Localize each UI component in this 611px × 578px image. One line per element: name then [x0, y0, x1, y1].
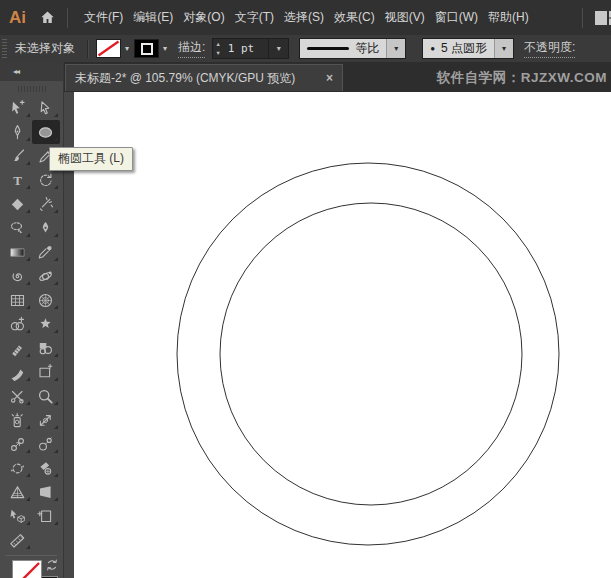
- polar-grid-icon: [37, 292, 54, 309]
- ellipse-tool[interactable]: [32, 120, 60, 144]
- stroke-weight-stepper[interactable]: ▴ ▾ 1 pt ▾: [212, 38, 289, 59]
- stroke-color-swatch[interactable]: [134, 39, 159, 58]
- pen-tool[interactable]: [4, 120, 32, 144]
- symbol-stainer-tool[interactable]: [32, 456, 60, 480]
- brush-dropdown[interactable]: ● 5 点圆形 ▾: [422, 38, 514, 59]
- magic-wand-tool[interactable]: [32, 192, 60, 216]
- zoom-icon: [37, 388, 54, 405]
- symbol-stainer-icon: [37, 460, 54, 477]
- fill-proxy-swatch[interactable]: [12, 560, 42, 578]
- menu-item-5[interactable]: 效果(C): [329, 9, 380, 26]
- brush-dot-icon: ●: [430, 45, 435, 53]
- twirl-tool[interactable]: [4, 264, 32, 288]
- menu-item-8[interactable]: 帮助(H): [483, 9, 534, 26]
- svg-text:T: T: [13, 172, 22, 187]
- stroke-weight-value[interactable]: 1 pt: [223, 39, 269, 58]
- direct-selection-tool[interactable]: [32, 96, 60, 120]
- curvature-tool[interactable]: [32, 216, 60, 240]
- perspective-grid-tool[interactable]: [4, 480, 32, 504]
- symbol-sprayer-tool[interactable]: [4, 408, 32, 432]
- knife-tool[interactable]: [4, 360, 32, 384]
- lasso-tool[interactable]: [4, 216, 32, 240]
- control-separator: [87, 40, 88, 58]
- panel-collapse-icon[interactable]: ◂◂: [0, 62, 63, 81]
- fill-chevron-icon[interactable]: ▾: [125, 44, 129, 53]
- measure-icon: [9, 532, 26, 549]
- free-transform-tool[interactable]: [4, 504, 32, 528]
- polar-grid-tool[interactable]: [32, 288, 60, 312]
- stroke-weight-label[interactable]: 描边:: [178, 39, 205, 58]
- symbol-sizer-tool[interactable]: [32, 432, 60, 456]
- artwork-circles: [74, 92, 611, 578]
- width-profile-dropdown[interactable]: 等比 ▾: [299, 38, 406, 59]
- menu-separator-right: [582, 8, 583, 28]
- artboard-tool[interactable]: [32, 504, 60, 528]
- paintbrush-tool[interactable]: [4, 144, 32, 168]
- puppet-warp-tool[interactable]: [32, 312, 60, 336]
- brush-label: 5 点圆形: [441, 40, 487, 57]
- fill-color-swatch[interactable]: [96, 39, 121, 58]
- menu-item-4[interactable]: 选择(S): [279, 9, 329, 26]
- symbol-shifter-tool[interactable]: [32, 408, 60, 432]
- symbol-spinner-tool[interactable]: [4, 456, 32, 480]
- eyedropper-icon: [37, 244, 54, 261]
- stroke-chevron-icon[interactable]: ▾: [163, 44, 167, 53]
- menu-item-3[interactable]: 文字(T): [230, 9, 279, 26]
- selection-status: 未选择对象: [15, 40, 75, 57]
- symbol-orbit-tool[interactable]: [32, 264, 60, 288]
- menu-item-6[interactable]: 视图(V): [380, 9, 430, 26]
- blend-tool[interactable]: [4, 336, 32, 360]
- symbol-spinner-icon: [9, 460, 26, 477]
- swap-fill-stroke-icon[interactable]: [45, 558, 59, 576]
- menu-item-0[interactable]: 文件(F): [79, 9, 128, 26]
- selection-icon: [9, 100, 26, 117]
- brush-chevron-icon[interactable]: ▾: [494, 39, 513, 58]
- menu-item-7[interactable]: 窗口(W): [430, 9, 483, 26]
- stroke-weight-dropdown-icon[interactable]: ▾: [268, 39, 288, 58]
- scissors-tool[interactable]: [4, 384, 32, 408]
- magic-wand-icon: [37, 196, 54, 213]
- rotate-tool[interactable]: [32, 168, 60, 192]
- perspective-selection-tool[interactable]: [32, 480, 60, 504]
- menu-items: 文件(F)编辑(E)对象(O)文字(T)选择(S)效果(C)视图(V)窗口(W)…: [79, 9, 534, 26]
- app-logo: Ai: [9, 8, 26, 28]
- shape-builder-tool[interactable]: [4, 312, 32, 336]
- gradient-tool[interactable]: [4, 240, 32, 264]
- menu-item-1[interactable]: 编辑(E): [128, 9, 178, 26]
- perspective-selection-icon: [37, 484, 54, 501]
- eraser-tool[interactable]: [4, 192, 32, 216]
- rect-grid-tool[interactable]: [4, 288, 32, 312]
- menu-separator: [67, 8, 68, 28]
- stepper-up-icon[interactable]: ▴: [216, 41, 219, 48]
- slice-tool[interactable]: [32, 360, 60, 384]
- arrange-documents-icon[interactable]: [594, 10, 611, 26]
- type-icon: T: [9, 172, 26, 189]
- curvature-icon: [37, 220, 54, 237]
- profile-chevron-icon[interactable]: ▾: [386, 39, 405, 58]
- stepper-down-icon[interactable]: ▾: [216, 50, 219, 57]
- tool-tooltip: 椭圆工具 (L): [49, 147, 133, 171]
- artboard[interactable]: [74, 92, 611, 578]
- type-tool[interactable]: T: [4, 168, 32, 192]
- home-icon[interactable]: [39, 9, 56, 26]
- stroke-profile-preview: [307, 47, 349, 51]
- eyedropper-tool[interactable]: [32, 240, 60, 264]
- outer-circle[interactable]: [177, 163, 559, 545]
- shape-group-tool[interactable]: [32, 336, 60, 360]
- selection-tool[interactable]: [4, 96, 32, 120]
- puppet-warp-icon: [37, 316, 54, 333]
- menu-item-2[interactable]: 对象(O): [178, 9, 229, 26]
- perspective-grid-icon: [9, 484, 26, 501]
- zoom-tool[interactable]: [32, 384, 60, 408]
- panel-drag-grip[interactable]: [0, 81, 63, 96]
- document-tab[interactable]: 未标题-2* @ 105.79% (CMYK/GPU 预览) ×: [65, 64, 343, 91]
- opacity-label[interactable]: 不透明度:: [524, 39, 575, 58]
- measure-tool[interactable]: [4, 528, 32, 552]
- direct-selection-icon: [37, 100, 54, 117]
- tab-close-icon[interactable]: ×: [326, 71, 333, 85]
- stepper-arrows[interactable]: ▴ ▾: [213, 39, 222, 58]
- ellipse-icon: [37, 124, 54, 141]
- inner-circle[interactable]: [220, 203, 522, 505]
- panel-grip[interactable]: [2, 39, 7, 58]
- symbol-scruncher-tool[interactable]: [4, 432, 32, 456]
